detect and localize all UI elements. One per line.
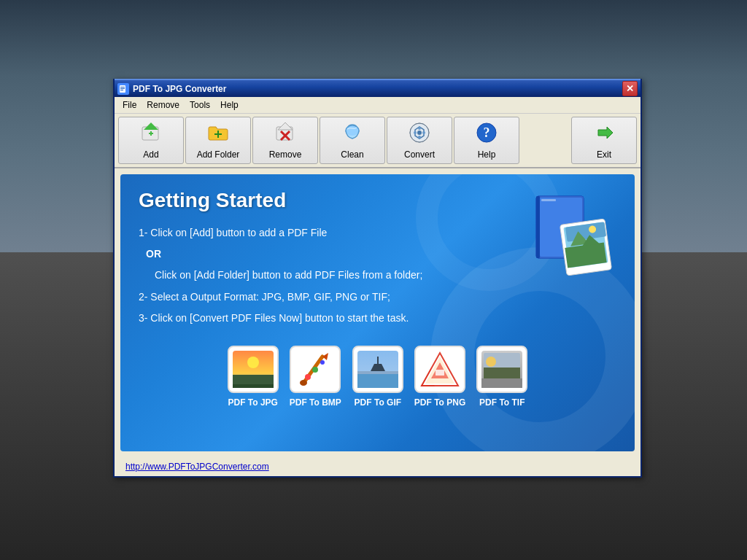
add-folder-icon: [206, 121, 230, 147]
remove-label: Remove: [269, 149, 302, 160]
close-button[interactable]: ✕: [622, 81, 638, 96]
pdf-to-png-label: PDF To PNG: [414, 397, 465, 408]
pdf-to-tif-button[interactable]: PDF To TIF: [476, 346, 527, 408]
svg-point-21: [414, 131, 417, 134]
help-button[interactable]: ? Help: [454, 117, 519, 164]
pdf-to-jpg-label: PDF To JPG: [228, 397, 277, 408]
pdf-to-jpg-button[interactable]: PDF To JPG: [228, 346, 279, 408]
add-icon: [139, 121, 163, 147]
svg-marker-11: [278, 122, 293, 130]
svg-point-45: [300, 380, 307, 386]
pdf-to-gif-icon: [352, 346, 403, 393]
svg-rect-7: [150, 131, 152, 136]
titlebar-left: PDF To JPG Converter: [117, 83, 226, 95]
exit-button[interactable]: Exit: [571, 117, 637, 164]
svg-point-15: [346, 125, 359, 136]
convert-icon: [408, 121, 431, 147]
step-2: 2- Select a Output Format: JPG, BMP, GIF…: [139, 288, 616, 306]
help-icon: ?: [475, 121, 498, 147]
pdf-to-tif-label: PDF To TIF: [479, 397, 525, 408]
format-buttons-row: PDF To JPG PDF To BM: [139, 346, 616, 408]
pdf-to-gif-label: PDF To GIF: [355, 397, 401, 408]
titlebar-app-icon: [117, 83, 129, 95]
clean-icon: [341, 121, 364, 147]
step-3: 3- Click on [Convert PDF Files Now] butt…: [139, 309, 616, 327]
convert-label: Convert: [404, 149, 435, 160]
toolbar-spacer: [521, 117, 570, 164]
menu-help[interactable]: Help: [216, 98, 243, 112]
pdf-to-bmp-label: PDF To BMP: [290, 397, 341, 408]
svg-marker-5: [144, 122, 158, 130]
application-window: PDF To JPG Converter ✕ File Remove Tools…: [113, 79, 642, 478]
exit-label: Exit: [597, 149, 611, 160]
titlebar-title: PDF To JPG Converter: [133, 84, 226, 94]
website-link[interactable]: http://www.PDFToJPGConverter.com: [125, 462, 269, 472]
pdf-to-gif-button[interactable]: PDF To GIF: [352, 346, 403, 408]
pdf-to-png-icon: [414, 346, 465, 393]
menubar: File Remove Tools Help: [115, 97, 640, 114]
remove-icon: [274, 121, 297, 147]
menu-tools[interactable]: Tools: [185, 98, 214, 112]
convert-button[interactable]: Convert: [387, 117, 452, 164]
statusbar: http://www.PDFToJPGConverter.com: [115, 457, 640, 476]
menu-remove[interactable]: Remove: [142, 98, 184, 112]
add-folder-label: Add Folder: [197, 149, 240, 160]
svg-point-47: [312, 367, 318, 373]
pdf-to-bmp-icon: [290, 346, 341, 393]
svg-rect-1: [120, 87, 125, 88]
svg-point-39: [247, 357, 259, 368]
svg-rect-41: [233, 384, 274, 388]
svg-point-22: [417, 131, 422, 135]
remove-button[interactable]: Remove: [252, 117, 318, 164]
menu-file[interactable]: File: [118, 98, 141, 112]
add-button[interactable]: Add: [118, 117, 184, 164]
pdf-to-bmp-button[interactable]: PDF To BMP: [290, 346, 341, 408]
svg-rect-9: [217, 131, 219, 138]
svg-point-18: [418, 127, 421, 130]
svg-point-19: [422, 131, 425, 134]
svg-rect-58: [436, 370, 444, 376]
svg-point-46: [305, 374, 311, 380]
svg-rect-29: [536, 196, 540, 258]
clean-button[interactable]: Clean: [320, 117, 385, 164]
svg-rect-50: [357, 373, 398, 388]
svg-point-20: [418, 136, 421, 139]
exit-icon: [592, 121, 616, 147]
svg-point-62: [486, 357, 496, 367]
titlebar: PDF To JPG Converter ✕: [115, 79, 640, 97]
svg-rect-30: [541, 199, 556, 201]
help-label: Help: [478, 149, 496, 160]
svg-point-48: [320, 360, 325, 365]
svg-rect-3: [120, 90, 123, 90]
svg-rect-51: [357, 371, 398, 374]
add-folder-button[interactable]: Add Folder: [185, 117, 251, 164]
pdf-to-jpg-icon: [228, 346, 279, 393]
book-photo-icon: [525, 189, 620, 284]
svg-rect-63: [481, 378, 522, 388]
svg-marker-25: [598, 127, 613, 139]
clean-label: Clean: [341, 149, 363, 160]
main-content: Getting Started 1- Click on [Add] button…: [120, 174, 635, 451]
add-label: Add: [143, 149, 158, 160]
svg-text:?: ?: [484, 125, 490, 140]
pdf-to-png-button[interactable]: PDF To PNG: [414, 346, 465, 408]
svg-rect-2: [120, 88, 125, 89]
toolbar: Add Add Folder Remove: [115, 114, 640, 168]
pdf-to-tif-icon: [476, 346, 527, 393]
